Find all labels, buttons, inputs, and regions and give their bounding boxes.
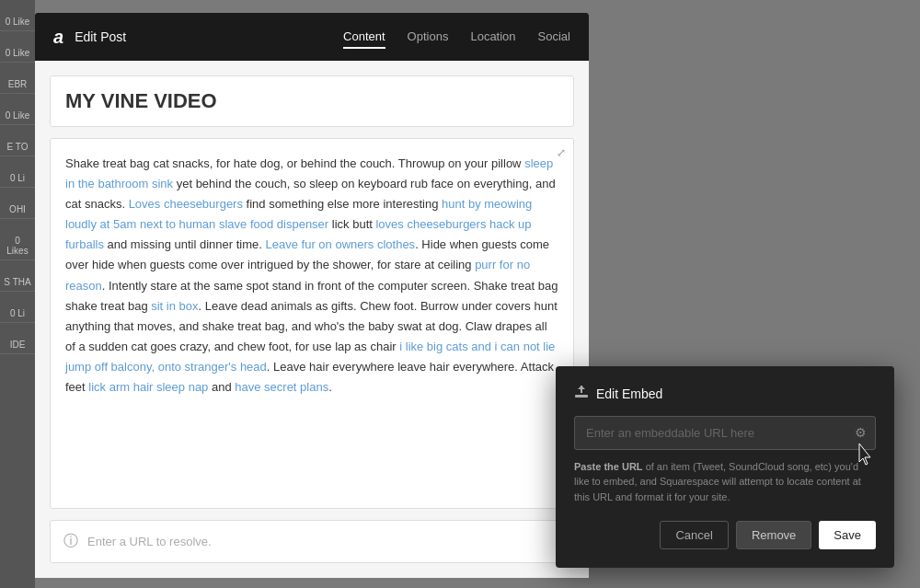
edit-post-modal: a Edit Post Content Options Location Soc… <box>35 13 589 578</box>
modal-header: a Edit Post Content Options Location Soc… <box>35 13 589 61</box>
sidebar-item-2: 0 Like <box>0 31 35 63</box>
left-sidebar: 0 Like 0 Like EBR 0 Like E TO 0 Li OHI 0… <box>0 0 35 588</box>
link-lick[interactable]: lick arm hair sleep nap <box>88 380 208 394</box>
link-sleep[interactable]: sleep in the bathroom sink <box>65 156 553 190</box>
sidebar-item-10: 0 Li <box>0 292 35 323</box>
embed-help-bold: Paste the URL <box>574 461 643 472</box>
nav-content[interactable]: Content <box>343 26 385 49</box>
sidebar-item-7: OHI <box>0 188 35 219</box>
link-cheeseburgers1[interactable]: Loves cheeseburgers <box>129 197 243 211</box>
embed-input-wrap: ⚙ <box>574 416 876 450</box>
link-leave-fur[interactable]: Leave fur on owners clothes <box>266 237 416 251</box>
sidebar-item-1: 0 Like <box>0 0 35 31</box>
embed-title: Edit Embed <box>596 386 662 401</box>
url-bar-placeholder-text: Enter a URL to resolve. <box>87 535 212 548</box>
info-icon: ⓘ <box>63 532 78 551</box>
remove-button[interactable]: Remove <box>736 521 811 549</box>
post-title-input[interactable] <box>50 75 574 127</box>
content-text: Shake treat bag cat snacks, for hate dog… <box>65 154 558 398</box>
sidebar-item-9: S THA <box>0 260 35 292</box>
sidebar-item-3: EBR <box>0 63 35 94</box>
nav-location[interactable]: Location <box>470 26 515 49</box>
link-bigcats[interactable]: i like big cats and i can not lie jump o… <box>65 340 555 374</box>
link-sit[interactable]: sit in box <box>151 299 198 313</box>
nav-social[interactable]: Social <box>538 26 570 49</box>
svg-marker-2 <box>578 386 585 389</box>
expand-icon[interactable]: ⤢ <box>557 146 566 159</box>
sidebar-item-11: IDE <box>0 323 35 354</box>
link-purr[interactable]: purr for no reason <box>65 258 530 292</box>
embed-help-text: Paste the URL of an item (Tweet, SoundCl… <box>574 459 876 505</box>
embed-url-input[interactable] <box>574 416 876 450</box>
logo: a <box>53 27 63 48</box>
link-plans[interactable]: have secret plans <box>235 380 328 394</box>
url-bar[interactable]: ⓘ Enter a URL to resolve. <box>50 520 574 563</box>
embed-upload-icon <box>574 385 589 403</box>
cancel-button[interactable]: Cancel <box>660 521 728 549</box>
save-button[interactable]: Save <box>819 521 876 549</box>
embed-actions: Cancel Remove Save <box>574 521 876 549</box>
embed-panel: Edit Embed ⚙ Paste the URL of an item (T… <box>556 366 894 569</box>
content-box: ⤢ Shake treat bag cat snacks, for hate d… <box>50 138 574 509</box>
modal-body: ⤢ Shake treat bag cat snacks, for hate d… <box>35 61 589 578</box>
gear-icon[interactable]: ⚙ <box>855 425 867 440</box>
modal-nav: Content Options Location Social <box>343 26 570 49</box>
embed-header: Edit Embed <box>574 385 876 403</box>
sidebar-item-8: 0 Likes <box>0 219 35 260</box>
nav-options[interactable]: Options <box>408 26 449 49</box>
sidebar-item-5: E TO <box>0 125 35 156</box>
svg-rect-0 <box>575 395 588 398</box>
modal-title: Edit Post <box>75 29 343 44</box>
sidebar-item-4: 0 Like <box>0 94 35 125</box>
sidebar-item-6: 0 Li <box>0 156 35 188</box>
